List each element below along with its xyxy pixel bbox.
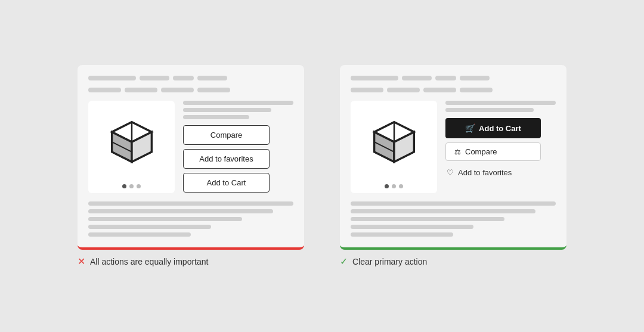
tab-1 [88,88,121,92]
nav-bar-r3 [435,76,456,80]
box-svg-left [102,107,162,172]
dot-inactive-1-right [392,184,396,188]
dots-right [385,184,403,188]
product-info-right: 🛒 Add to Cart ⚖ Compare ♡ Add to favorit… [445,101,556,193]
dot-inactive-2-right [399,184,403,188]
box-svg-right [364,107,424,172]
tab-2 [125,88,157,92]
add-favorites-button-right[interactable]: ♡ Add to favorites [445,165,541,180]
nav-bar-r1 [351,76,398,80]
compare-button-left[interactable]: Compare [183,125,270,145]
dot-active-left [122,184,126,188]
tab-r3 [423,88,456,92]
bad-caption: ✕ All actions are equally important [78,256,208,267]
good-caption-text: Clear primary action [352,257,427,266]
info-bars-left [183,101,293,119]
add-cart-button-right[interactable]: 🛒 Add to Cart [445,118,541,138]
x-mark-icon: ✕ [78,256,85,267]
main-container: Compare Add to favorites Add to Cart ✕ A… [60,47,584,285]
add-cart-button-left[interactable]: Add to Cart [183,173,270,193]
dot-inactive-1-left [129,184,134,188]
desc-bars-left [88,201,293,237]
tab-3 [161,88,194,92]
button-group-left: Compare Add to favorites Add to Cart [183,125,293,193]
product-image-right [351,101,437,193]
tab-r2 [387,88,420,92]
nav-bar-r2 [402,76,432,80]
desc-bars-right [351,201,556,237]
good-caption: ✓ Clear primary action [340,256,427,267]
nav-skeleton-right [351,76,556,80]
compare-button-right[interactable]: ⚖ Compare [445,142,541,161]
bad-example-wrapper: Compare Add to favorites Add to Cart ✕ A… [78,65,304,267]
check-mark-icon: ✓ [340,256,348,267]
compare-label-right: Compare [465,147,497,156]
dot-inactive-2-left [137,184,141,188]
info-bars-right [445,101,556,112]
good-example-wrapper: 🛒 Add to Cart ⚖ Compare ♡ Add to favorit… [340,65,566,267]
button-group-right: 🛒 Add to Cart ⚖ Compare ♡ Add to favorit… [445,118,556,180]
product-info-left: Compare Add to favorites Add to Cart [183,101,293,193]
add-favorites-label-right: Add to favorites [458,168,512,177]
nav-bar-4 [197,76,227,80]
good-card: 🛒 Add to Cart ⚖ Compare ♡ Add to favorit… [340,65,566,250]
compare-icon: ⚖ [454,148,461,156]
cart-icon: 🛒 [465,123,475,133]
bad-caption-text: All actions are equally important [90,257,208,266]
tabs-skeleton [88,88,293,92]
product-area-right: 🛒 Add to Cart ⚖ Compare ♡ Add to favorit… [351,101,556,193]
nav-bar-r4 [460,76,490,80]
nav-bar-2 [140,76,169,80]
tabs-skeleton-right [351,88,556,92]
heart-icon: ♡ [447,168,454,177]
tab-r4 [460,88,493,92]
nav-bar-1 [88,76,136,80]
dot-active-right [385,184,389,188]
nav-bar-3 [173,76,194,80]
tab-4 [197,88,230,92]
product-image-left [88,101,175,193]
add-cart-label-right: Add to Cart [479,124,521,133]
add-favorites-button-left[interactable]: Add to favorites [183,149,270,169]
dots-left [122,184,141,188]
nav-skeleton [88,76,293,80]
tab-r1 [351,88,383,92]
bad-card: Compare Add to favorites Add to Cart [78,65,304,250]
product-area-left: Compare Add to favorites Add to Cart [88,101,293,193]
